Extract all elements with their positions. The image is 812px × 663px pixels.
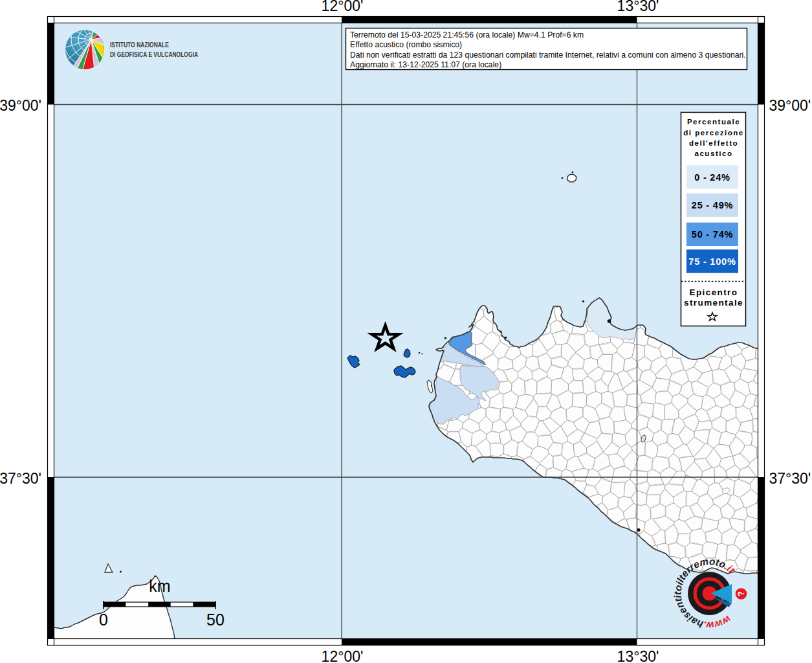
svg-text:di percezione: di percezione bbox=[683, 128, 744, 137]
svg-text:DI GEOFISICA E VULCANOLOGIA: DI GEOFISICA E VULCANOLOGIA bbox=[110, 51, 198, 58]
svg-text:?: ? bbox=[736, 590, 747, 597]
svg-text:50: 50 bbox=[206, 611, 225, 629]
svg-text:0: 0 bbox=[99, 611, 108, 629]
svg-text:Dati non verificati estratti d: Dati non verificati estratti da 123 ques… bbox=[350, 51, 746, 60]
svg-text:39°00': 39°00' bbox=[769, 97, 811, 114]
svg-text:0 - 24%: 0 - 24% bbox=[694, 172, 730, 183]
svg-text:13°30': 13°30' bbox=[617, 648, 659, 663]
svg-text:25 - 49%: 25 - 49% bbox=[692, 200, 733, 210]
svg-text:Aggiornato il: 13-12-2025 11:0: Aggiornato il: 13-12-2025 11:07 (ora loc… bbox=[350, 60, 501, 69]
svg-text:strumentale: strumentale bbox=[684, 298, 743, 308]
svg-text:37°30': 37°30' bbox=[0, 470, 41, 487]
svg-text:ISTITUTO NAZIONALE: ISTITUTO NAZIONALE bbox=[110, 41, 169, 49]
svg-text:dell'effetto: dell'effetto bbox=[689, 139, 738, 147]
svg-text:Percentuale: Percentuale bbox=[687, 117, 740, 126]
svg-text:39°00': 39°00' bbox=[0, 97, 41, 114]
svg-text:37°30': 37°30' bbox=[769, 470, 811, 487]
svg-text:50 - 74%: 50 - 74% bbox=[692, 229, 733, 240]
svg-text:Terremoto del 15-03-2025 21:45: Terremoto del 15-03-2025 21:45:56 (ora l… bbox=[350, 30, 584, 39]
svg-text:12°00': 12°00' bbox=[322, 0, 364, 14]
svg-text:Epicentro: Epicentro bbox=[690, 287, 738, 297]
svg-text:km: km bbox=[149, 577, 170, 595]
svg-text:Effetto acustico (rombo sismic: Effetto acustico (rombo sismico) bbox=[350, 40, 462, 49]
svg-text:acustico: acustico bbox=[694, 149, 732, 157]
svg-text:13°30': 13°30' bbox=[617, 0, 659, 14]
svg-text:75 - 100%: 75 - 100% bbox=[688, 256, 736, 267]
svg-text:12°00': 12°00' bbox=[322, 648, 364, 663]
